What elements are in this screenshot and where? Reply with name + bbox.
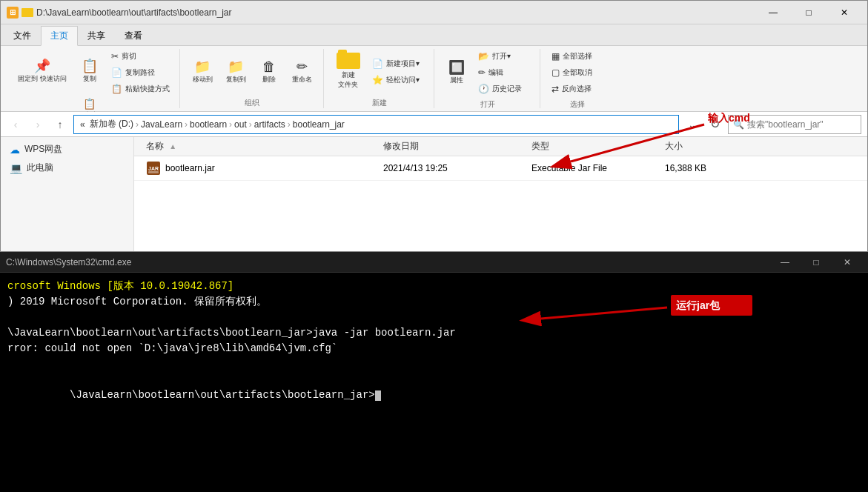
cmd-maximize-button[interactable]: □ (801, 254, 831, 270)
copy-path-button[interactable]: 📄 复制路径 (107, 65, 173, 80)
col-header-name[interactable]: 名称 ▲ (140, 140, 377, 153)
sidebar-item-wps[interactable]: ☁ WPS网盘 (1, 140, 133, 159)
search-input[interactable] (747, 119, 858, 130)
breadcrumb-drive: 新加卷 (D:) (90, 118, 133, 130)
file-date-cell: 2021/4/13 19:25 (377, 163, 526, 173)
file-list-header: 名称 ▲ 修改日期 类型 大小 (134, 137, 867, 156)
cmd-cursor (375, 390, 381, 401)
breadcrumb-current: bootlearn_jar (293, 119, 345, 130)
folder-icon (21, 8, 33, 17)
select-none-button[interactable]: ▢ 全部取消 (548, 65, 607, 80)
dropdown-button[interactable]: ⌄ (683, 116, 701, 133)
cloud-icon: ☁ (10, 144, 20, 156)
search-box[interactable]: 🔍 (728, 115, 861, 134)
new-folder-icon (337, 53, 360, 69)
cmd-title-bar: C:\Windows\System32\cmd.exe — □ ✕ (0, 252, 868, 273)
col-header-type[interactable]: 类型 (526, 140, 659, 153)
cmd-line-2: ) 2019 Microsoft Corporation. 保留所有权利。 (7, 294, 861, 310)
copy-path-icon: 📄 (111, 68, 122, 77)
ribbon-group-select: ▦ 全部选择 ▢ 全部取消 ⇄ 反向选择 (542, 49, 613, 108)
explorer-main: ☁ WPS网盘 💻 此电脑 名称 ▲ 修改日期 (1, 137, 867, 251)
address-path[interactable]: « 新加卷 (D:) › JavaLearn › bootlearn › out… (73, 115, 679, 134)
open-button[interactable]: 📂 打开▾ (474, 49, 534, 64)
select-all-icon: ▦ (551, 52, 560, 61)
ribbon-content: 📌 固定到 快速访问 📋 复制 📋 粘贴 (1, 46, 867, 111)
pin-to-quickaccess-button[interactable]: 📌 固定到 快速访问 (13, 49, 72, 93)
easy-access-button[interactable]: ⭐ 轻松访问▾ (368, 73, 428, 87)
cut-button[interactable]: ✂ 剪切 (107, 49, 173, 64)
cmd-title-text: C:\Windows\System32\cmd.exe (6, 257, 131, 267)
breadcrumb-artifacts: artifacts (254, 119, 285, 130)
paste-shortcut-icon: 📋 (111, 84, 122, 93)
cmd-window: C:\Windows\System32\cmd.exe — □ ✕ crosof… (0, 252, 868, 492)
easy-access-icon: ⭐ (372, 76, 383, 84)
col-header-size[interactable]: 大小 (659, 140, 748, 153)
cmd-controls: — □ ✕ (770, 254, 862, 270)
back-button[interactable]: ‹ (7, 116, 24, 133)
file-size-cell: 16,388 KB (659, 163, 748, 173)
copy-button[interactable]: 📋 复制 (75, 49, 105, 93)
properties-button[interactable]: 🔲 属性 (442, 50, 471, 95)
move-icon: 📁 (194, 60, 211, 73)
search-icon: 🔍 (733, 119, 744, 130)
paste-shortcut-button[interactable]: 📋 粘贴快捷方式 (107, 82, 173, 96)
select-all-button[interactable]: ▦ 全部选择 (548, 49, 607, 64)
jar-icon: JAR (147, 162, 160, 175)
sidebar-item-thispc[interactable]: 💻 此电脑 (1, 159, 133, 177)
new-folder-button[interactable]: 新建文件夹 (331, 49, 365, 93)
explorer-window: ⊞ D:\JavaLearn\bootlearn\out\artifacts\b… (0, 0, 868, 252)
copy-to-icon: 📁 (228, 60, 244, 73)
tab-share[interactable]: 共享 (78, 26, 115, 45)
tab-file[interactable]: 文件 (4, 26, 41, 45)
cmd-content: crosoft Windows [版本 10.0.19042.867] ) 20… (0, 273, 868, 425)
forward-button[interactable]: › (29, 116, 47, 133)
organize-label: 组织 (245, 96, 259, 108)
rename-icon: ✏ (296, 60, 308, 73)
edit-icon: ✏ (478, 68, 486, 77)
file-type-cell: Executable Jar File (526, 163, 659, 173)
col-header-date[interactable]: 修改日期 (377, 140, 526, 153)
window-controls: — □ ✕ (756, 3, 861, 22)
history-icon: 🕐 (478, 84, 489, 93)
refresh-button[interactable]: ↻ (706, 116, 723, 133)
tab-view[interactable]: 查看 (115, 26, 152, 45)
pc-icon: 💻 (10, 162, 22, 174)
title-path: D:\JavaLearn\bootlearn\out\artifacts\boo… (36, 7, 232, 18)
breadcrumb-home: « (80, 119, 85, 130)
open-icon: 📂 (478, 52, 489, 61)
up-button[interactable]: ↑ (51, 116, 69, 133)
pin-icon: 📌 (34, 59, 50, 73)
move-to-button[interactable]: 📁 移动到 (188, 50, 218, 94)
ribbon-group-organize: 📁 移动到 📁 复制到 🗑 删除 (182, 49, 324, 108)
cmd-minimize-button[interactable]: — (770, 254, 800, 270)
ribbon-group-open: 🔲 属性 📂 打开▾ ✏ 编辑 (436, 49, 540, 108)
cmd-close-button[interactable]: ✕ (832, 254, 862, 270)
sidebar-item-thispc-label: 此电脑 (27, 162, 53, 174)
new-item-button[interactable]: 📄 新建项目▾ (368, 56, 428, 71)
delete-icon: 🗑 (262, 60, 276, 73)
sidebar: ☁ WPS网盘 💻 此电脑 (1, 137, 134, 251)
invert-selection-button[interactable]: ⇄ 反向选择 (548, 82, 607, 96)
select-none-icon: ▢ (551, 68, 560, 77)
maximize-button[interactable]: □ (792, 3, 826, 22)
edit-button[interactable]: ✏ 编辑 (474, 65, 534, 80)
sidebar-item-wps-label: WPS网盘 (24, 143, 62, 156)
new-item-icon: 📄 (372, 59, 383, 68)
cmd-line-3 (7, 310, 861, 325)
close-button[interactable]: ✕ (827, 3, 861, 22)
cmd-line-5: rror: could not open `D:\java\jre8\lib\a… (7, 341, 861, 356)
cmd-line-4: \JavaLearn\bootlearn\out\artifacts\bootl… (7, 325, 861, 341)
scissors-icon: ✂ (111, 52, 119, 61)
minimize-button[interactable]: — (756, 3, 790, 22)
breadcrumb-out: out (234, 119, 247, 130)
file-name-cell: JAR bootlearn.jar (140, 161, 377, 176)
copy-to-button[interactable]: 📁 复制到 (221, 50, 251, 94)
table-row[interactable]: JAR bootlearn.jar 2021/4/13 19:25 Execut… (134, 156, 867, 181)
sort-arrow-name: ▲ (169, 142, 176, 150)
history-button[interactable]: 🕐 历史记录 (474, 82, 534, 96)
title-bar: ⊞ D:\JavaLearn\bootlearn\out\artifacts\b… (1, 1, 867, 24)
tab-home[interactable]: 主页 (41, 26, 78, 46)
delete-button[interactable]: 🗑 删除 (254, 50, 284, 94)
rename-button[interactable]: ✏ 重命名 (287, 50, 317, 94)
file-icon: JAR (146, 161, 161, 176)
